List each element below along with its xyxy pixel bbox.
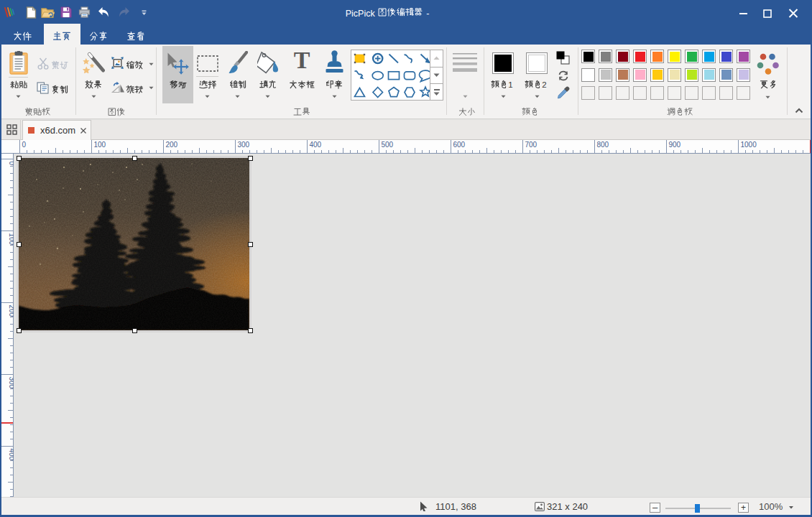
svg-text:0: 0	[8, 162, 14, 166]
svg-text:2: 2	[542, 80, 546, 89]
svg-text:400: 400	[310, 141, 322, 149]
svg-text:900: 900	[669, 141, 681, 149]
svg-text:300: 300	[238, 141, 250, 149]
svg-text:800: 800	[597, 141, 609, 149]
svg-text:0: 0	[22, 141, 27, 149]
svg-text:400: 400	[8, 449, 14, 461]
svg-text:600: 600	[453, 141, 466, 149]
svg-text:1: 1	[508, 80, 512, 89]
svg-text:700: 700	[525, 141, 538, 149]
svg-text:200: 200	[166, 141, 178, 149]
svg-text:100: 100	[94, 141, 106, 149]
svg-text:200: 200	[8, 305, 14, 317]
svg-text:300: 300	[8, 377, 14, 389]
svg-text:500: 500	[382, 141, 394, 149]
svg-text:100: 100	[8, 233, 14, 246]
svg-text:1000: 1000	[741, 141, 757, 149]
